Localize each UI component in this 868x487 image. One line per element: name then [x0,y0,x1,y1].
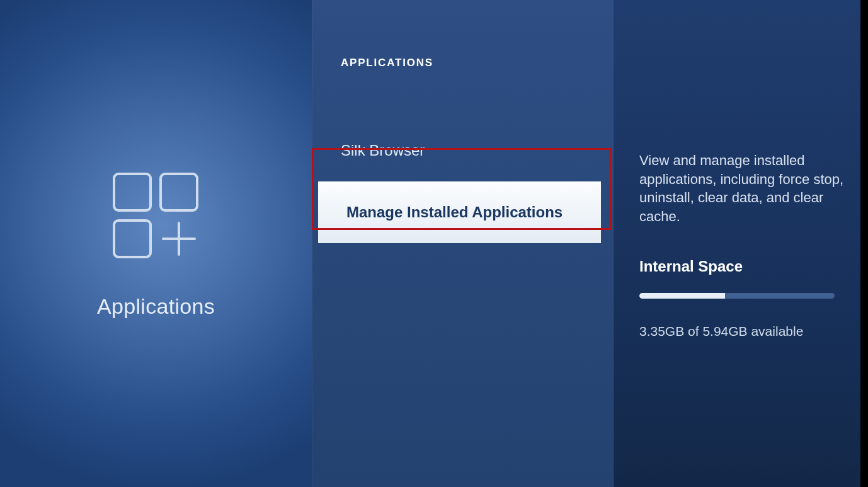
svg-rect-0 [114,174,151,210]
menu-list: Silk Browser Manage Installed Applicatio… [312,120,614,243]
menu-item-label: Silk Browser [341,142,425,159]
section-header: APPLICATIONS [341,57,433,69]
storage-title: Internal Space [639,258,849,275]
menu-item-silk-browser[interactable]: Silk Browser [312,120,614,181]
storage-bar [639,293,835,299]
storage-summary: 3.35GB of 5.94GB available [639,324,849,339]
menu-item-manage-installed-applications[interactable]: Manage Installed Applications [318,181,601,243]
left-panel-content: Applications [0,170,312,319]
left-panel-label: Applications [97,294,215,319]
middle-panel: APPLICATIONS Silk Browser Manage Install… [312,0,614,487]
storage-fill [639,293,725,299]
applications-icon [110,170,202,264]
svg-rect-1 [161,174,197,210]
screen-edge [860,0,868,487]
description-text: View and manage installed applications, … [639,151,849,226]
left-panel: Applications [0,0,312,487]
svg-rect-2 [114,221,151,257]
right-panel: View and manage installed applications, … [614,0,868,487]
menu-item-label: Manage Installed Applications [346,203,562,221]
